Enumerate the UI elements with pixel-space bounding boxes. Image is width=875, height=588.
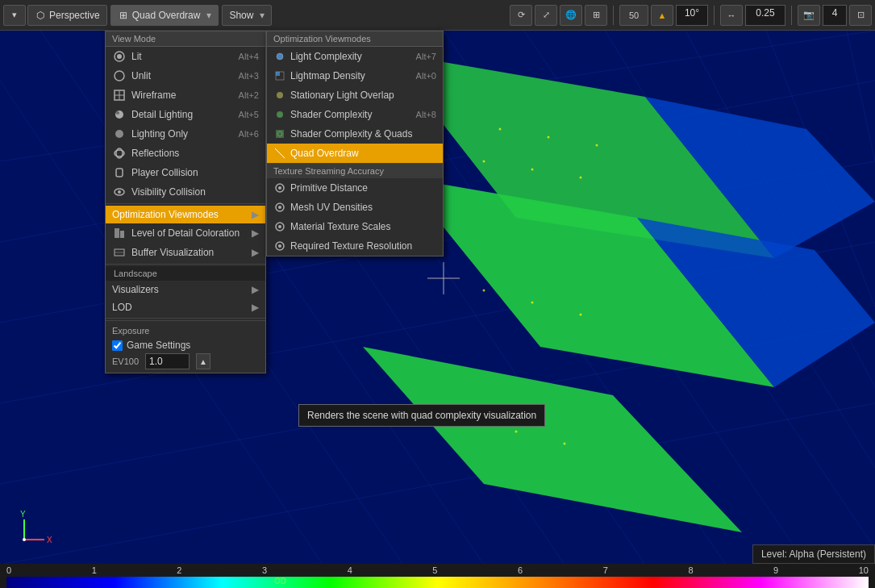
toolbar-icon-maximize[interactable]: ⤢	[535, 5, 557, 26]
menu-item-lod[interactable]: LOD ▶	[106, 298, 265, 316]
primitive-distance-label: Primitive Distance	[290, 182, 368, 194]
menu-item-shader-complexity[interactable]: Shader Complexity Alt+8	[267, 105, 443, 124]
scale-gradient	[6, 577, 869, 588]
toolbar-icon-camera[interactable]: 📷	[798, 5, 820, 26]
toolbar-snap-value[interactable]: 50	[619, 5, 648, 26]
view-mode-button[interactable]: ⊞ Quad Overdraw ▾	[110, 5, 219, 26]
menu-item-visualizers[interactable]: Visualizers ▶	[106, 281, 265, 298]
menu-item-optimization[interactable]: Optimization Viewmodes ▶	[106, 206, 265, 223]
toolbar-icon-globe[interactable]: 🌐	[560, 5, 582, 26]
ev100-spinner-up[interactable]: ▲	[196, 353, 210, 369]
wireframe-shortcut: Alt+2	[239, 90, 259, 100]
menu-item-shader-complexity-quads[interactable]: Shader Complexity & Quads	[267, 124, 443, 144]
perspective-icon: ⬡	[35, 10, 46, 21]
menu-item-lit[interactable]: Lit Alt+4	[106, 47, 265, 66]
menu-item-lod-coloration[interactable]: Level of Detail Coloration ▶	[106, 223, 265, 243]
optimization-label: Optimization Viewmodes	[112, 209, 219, 220]
toolbar-icon-grid[interactable]: ⊞	[585, 5, 607, 26]
divider2	[106, 264, 265, 265]
lightmap-density-icon	[273, 69, 286, 82]
quad-overdraw-label: Quad Overdraw	[290, 148, 359, 159]
menu-item-required-texture[interactable]: Required Texture Resolution	[267, 236, 443, 256]
od-label: OD	[274, 577, 286, 586]
menu-item-buffer-viz[interactable]: Buffer Visualization ▶	[106, 243, 265, 262]
svg-point-40	[115, 71, 124, 81]
optimization-arrow: ▶	[252, 209, 259, 220]
toolbar-icon-scale[interactable]: ↔	[720, 5, 743, 26]
menu-item-quad-overdraw[interactable]: Quad Overdraw	[267, 144, 443, 163]
perspective-button[interactable]: ⬡ Perspective	[27, 5, 107, 26]
view-mode-arrow: ▾	[206, 10, 211, 21]
menu-item-lightmap-density[interactable]: Lightmap Density Alt+0	[267, 66, 443, 85]
svg-point-25	[548, 136, 550, 139]
divider1	[106, 203, 265, 204]
buffer-viz-arrow: ▶	[252, 247, 259, 258]
menu-item-light-complexity[interactable]: Light Complexity Alt+7	[267, 47, 443, 66]
scale-numbers: 0 1 2 3 4 5 6 7 8 9 10	[0, 564, 875, 577]
menu-item-visibility-collision[interactable]: Visibility Collision	[106, 182, 265, 202]
lighting-only-shortcut: Alt+6	[239, 129, 259, 139]
show-button[interactable]: Show ▾	[222, 5, 272, 26]
svg-rect-53	[120, 231, 124, 238]
material-texture-icon	[273, 220, 286, 233]
optimization-submenu: Optimization Viewmodes Light Complexity …	[266, 31, 444, 256]
svg-point-27	[483, 161, 485, 163]
menu-item-reflections[interactable]: Reflections	[106, 144, 265, 163]
svg-rect-62	[276, 130, 284, 138]
ev100-label: EV100	[112, 357, 139, 366]
lighting-only-label: Lighting Only	[131, 128, 188, 140]
tooltip: Renders the scene with quad complexity v…	[298, 404, 545, 427]
buffer-viz-label: Buffer Visualization	[131, 247, 214, 258]
menu-item-lighting-only[interactable]: Lighting Only Alt+6	[106, 124, 265, 144]
view-mode-label: Quad Overdraw	[132, 10, 201, 21]
game-settings-checkbox[interactable]	[112, 340, 123, 351]
menu-item-primitive-distance[interactable]: Primitive Distance	[267, 178, 443, 198]
stationary-light-label: Stationary Light Overlap	[290, 90, 394, 101]
light-complexity-label: Light Complexity	[290, 51, 362, 62]
toolbar-scale-field[interactable]: 0.25	[745, 5, 785, 26]
lod-coloration-arrow: ▶	[252, 227, 259, 239]
stationary-light-icon	[273, 89, 286, 102]
menu-item-stationary-light[interactable]: Stationary Light Overlap	[267, 85, 443, 105]
toolbar-camera-field[interactable]: 4	[823, 5, 847, 26]
shader-complexity-quads-icon	[273, 127, 286, 140]
lighting-only-icon	[112, 127, 127, 140]
menu-item-unlit[interactable]: Unlit Alt+3	[106, 66, 265, 85]
svg-point-39	[117, 54, 122, 59]
lod-coloration-label: Level of Detail Coloration	[131, 227, 240, 239]
svg-point-34	[515, 431, 518, 433]
bottom-bar: 0 1 2 3 4 5 6 7 8 9 10 OD	[0, 564, 875, 588]
toolbar: ▾ ⬡ Perspective ⊞ Quad Overdraw ▾ Show ▾…	[0, 0, 875, 31]
toolbar-angle-field[interactable]: 10°	[676, 5, 708, 26]
toolbar-icon-move[interactable]: ⟳	[510, 5, 532, 26]
game-settings-row: Game Settings	[112, 340, 259, 351]
detail-lighting-icon	[112, 108, 127, 121]
scale-bar: OD	[6, 577, 869, 588]
sep3	[791, 6, 792, 25]
ev100-input[interactable]	[145, 353, 190, 369]
detail-lighting-label: Detail Lighting	[131, 109, 193, 120]
primitive-distance-icon	[273, 181, 286, 194]
nav-back-button[interactable]: ▾	[3, 5, 26, 26]
svg-rect-49	[116, 169, 123, 177]
level-indicator: Level: Alpha (Persistent)	[752, 544, 875, 564]
svg-point-67	[278, 186, 281, 190]
sep1	[613, 6, 614, 25]
landscape-section: Landscape	[106, 266, 265, 281]
tooltip-text: Renders the scene with quad complexity v…	[307, 410, 536, 421]
divider3	[106, 318, 265, 319]
menu-item-detail-lighting[interactable]: Detail Lighting Alt+5	[106, 105, 265, 124]
lit-icon	[112, 50, 127, 63]
toolbar-icon-warn[interactable]: ▲	[651, 5, 673, 26]
menu-item-material-texture[interactable]: Material Texture Scales	[267, 217, 443, 236]
menu-item-mesh-uv[interactable]: Mesh UV Densities	[267, 198, 443, 217]
toolbar-icon-settings[interactable]: ⊡	[849, 5, 872, 26]
menu-item-wireframe[interactable]: Wireframe Alt+2	[106, 85, 265, 105]
svg-point-71	[278, 225, 281, 228]
lightmap-density-label: Lightmap Density	[290, 70, 365, 81]
unlit-shortcut: Alt+3	[239, 71, 259, 81]
menu-item-player-collision[interactable]: Player Collision	[106, 163, 265, 182]
shader-complexity-quads-label: Shader Complexity & Quads	[290, 128, 412, 140]
svg-point-28	[531, 169, 534, 171]
reflections-icon	[112, 147, 127, 160]
